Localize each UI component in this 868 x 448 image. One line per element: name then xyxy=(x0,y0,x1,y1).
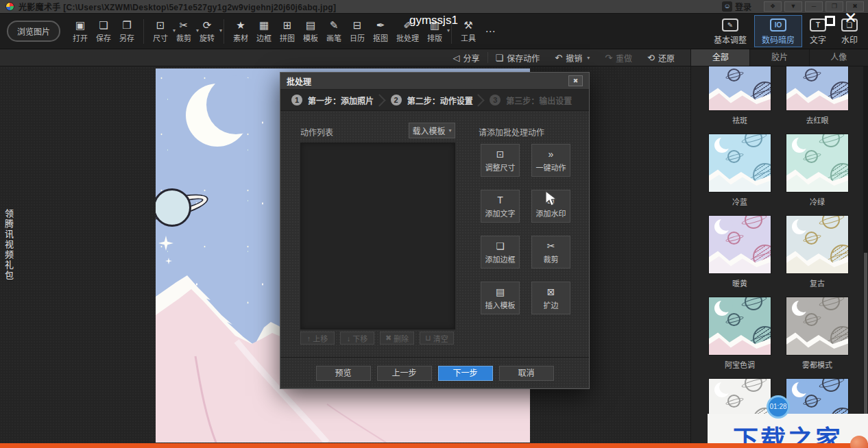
toolbar-resize-button[interactable]: ⊡尺寸▾ xyxy=(149,18,172,45)
filter-label: 暖黄 xyxy=(708,277,771,286)
filter-label: 阿宝色调 xyxy=(708,359,771,368)
action-button-label: 添加边框 xyxy=(485,253,516,264)
tencent-video-ad-banner[interactable]: 领腾讯视频礼包 xyxy=(2,209,15,281)
chevron-down-icon[interactable]: ▾ xyxy=(587,55,590,61)
batch-steps: 1第一步：添加照片2第二步：动作设置3第三步：输出设置 xyxy=(280,90,589,111)
list-op-label: 清空 xyxy=(433,333,448,344)
clear-button[interactable]: ⊔清空 xyxy=(420,332,454,345)
add-text-button[interactable]: T添加文字 xyxy=(481,190,520,223)
action-button-label: 调整尺寸 xyxy=(485,162,516,173)
add-frame-icon: ❏ xyxy=(496,240,505,251)
crop-button[interactable]: ✂裁剪 xyxy=(531,236,570,269)
toolbar-more-button[interactable]: ⋯ xyxy=(480,24,501,38)
batch-dialog-titlebar[interactable]: 批处理 ✖ xyxy=(280,73,589,90)
toolbar-item-label: 打开 xyxy=(73,32,88,43)
minimize-button[interactable]: ─ xyxy=(805,1,823,12)
filter-thumbnail[interactable] xyxy=(786,134,849,192)
mode-basic-adjust-button[interactable]: ✎基本调整 xyxy=(706,15,754,47)
next-step-button[interactable]: 下一步 xyxy=(438,366,493,381)
thumb-moon-icon xyxy=(792,219,807,234)
action-button-label: 添加文字 xyxy=(485,208,516,219)
chevron-down-icon[interactable]: ▾ xyxy=(219,27,222,34)
menu-button[interactable]: ▼ xyxy=(784,1,802,12)
toolbar-rotate-button[interactable]: ⟳旋转▾ xyxy=(195,18,219,45)
list-op-label: 上移 xyxy=(313,333,328,344)
restore-icon: ⟲ xyxy=(647,53,655,63)
redo-button[interactable]: ↷重做 xyxy=(597,52,640,64)
toolbar-collage-button[interactable]: ⊞拼图 xyxy=(276,18,299,45)
download-ad-banner[interactable]: 下载之家 xyxy=(708,414,868,443)
undo-button[interactable]: ↶撤销▾ xyxy=(547,52,597,64)
expand-edge-button[interactable]: ⊠扩边 xyxy=(531,282,570,314)
toolbar-frame-button[interactable]: ▦边框 xyxy=(252,18,276,45)
save-action-button[interactable]: ❏保存动作 xyxy=(488,52,548,64)
toolbar-save-as-button[interactable]: ❐另存 xyxy=(115,18,138,45)
resize-button[interactable]: ⊡调整尺寸 xyxy=(481,144,520,177)
toolbar-calendar-button[interactable]: ⊟日历 xyxy=(346,18,369,45)
skin-button[interactable]: ❖ xyxy=(764,1,782,12)
toolbar-template-button[interactable]: ▤模板 xyxy=(299,18,322,45)
insert-template-button[interactable]: ▤插入模板 xyxy=(481,282,520,314)
mode-label: 基本调整 xyxy=(714,34,747,45)
step-label: 第一步：添加照片 xyxy=(308,95,374,106)
restore-button[interactable]: ❐ xyxy=(825,1,843,12)
ad-text: 下载之家 xyxy=(733,419,843,443)
filter-thumbnail[interactable] xyxy=(708,134,771,192)
ad-bottom-bar xyxy=(0,443,868,448)
toolbar-tools-button[interactable]: ⚒工具 xyxy=(457,18,480,45)
tab-胶片[interactable]: 胶片 xyxy=(749,49,808,66)
step-1[interactable]: 1第一步：添加照片 xyxy=(291,95,391,106)
load-template-dropdown[interactable]: 载入模板 ▾ xyxy=(409,123,455,138)
mode-digital-darkroom-button[interactable]: IO数码暗房 xyxy=(754,15,802,47)
tab-全部[interactable]: 全部 xyxy=(690,49,749,66)
filter-thumbnail[interactable] xyxy=(786,215,849,274)
toolbar-crop-button[interactable]: ✂裁剪▾ xyxy=(172,18,195,45)
one-key-action-button[interactable]: »一键动作 xyxy=(531,144,570,177)
thumb-moon-icon xyxy=(792,301,807,316)
thumb-planet-icon xyxy=(805,395,818,408)
toolbar-open-button[interactable]: ▣打开 xyxy=(69,18,92,45)
chevron-down-icon[interactable]: ▾ xyxy=(447,27,450,34)
cancel-button[interactable]: 取消 xyxy=(499,366,554,381)
batch-dialog-body: 动作列表 载入模板 ▾ 请添加批处理动作 ⊡调整尺寸»一键动作T添加文字⊞添加水… xyxy=(280,111,589,388)
toolbar-item-label: 工具 xyxy=(461,32,476,43)
filter-thumbnail[interactable] xyxy=(786,66,849,111)
scrollbar-track[interactable] xyxy=(863,66,868,448)
filter-thumbnail[interactable] xyxy=(708,66,771,111)
share-button[interactable]: ◁分享 xyxy=(446,52,487,64)
add-frame-button[interactable]: ❏添加边框 xyxy=(481,236,520,269)
preview-button[interactable]: 预览 xyxy=(316,366,371,381)
step-2[interactable]: 2第二步：动作设置 xyxy=(391,95,490,106)
resize-icon: ⊡ xyxy=(156,19,165,31)
share-label: 分享 xyxy=(463,52,480,64)
move-down-button[interactable]: ↓下移 xyxy=(340,332,374,345)
timer-badge[interactable]: 01:28 xyxy=(767,395,790,419)
dialog-close-icon[interactable]: ✖ xyxy=(568,75,583,86)
step-3[interactable]: 3第三步：输出设置 xyxy=(490,95,589,106)
tab-人像[interactable]: 人像 xyxy=(809,49,868,66)
toolbar-item-label: 边框 xyxy=(256,32,272,43)
prev-step-button[interactable]: 上一步 xyxy=(377,366,432,381)
basic-adjust-icon: ✎ xyxy=(722,18,738,32)
toolbar-material-button[interactable]: ★素材 xyxy=(229,18,252,45)
toolbar-cutout-button[interactable]: ✒抠图 xyxy=(369,18,392,45)
template-icon: ▤ xyxy=(306,19,315,31)
filter-item: 去红眼 xyxy=(786,66,849,123)
overlay-close-icon[interactable]: ✕ xyxy=(844,9,857,27)
avatar-icon: ☺ xyxy=(722,1,732,12)
browse-images-button[interactable]: 浏览图片 xyxy=(7,21,60,42)
move-up-button[interactable]: ↑上移 xyxy=(300,332,335,345)
action-list-box[interactable] xyxy=(300,142,455,329)
login-button[interactable]: ☺ 登录 xyxy=(722,1,751,12)
restore-button[interactable]: ⟲还原 xyxy=(640,52,682,64)
toolbar-brush-button[interactable]: ✎画笔 xyxy=(322,18,346,45)
thumb-planet-icon xyxy=(727,150,740,163)
thumb-planet-icon xyxy=(745,378,762,392)
action-button-label: 插入模板 xyxy=(485,299,516,310)
delete-button[interactable]: ✖删除 xyxy=(380,332,414,345)
filter-thumbnail[interactable] xyxy=(708,215,771,274)
toolbar-save-button[interactable]: ❏保存 xyxy=(92,18,115,45)
filter-thumbnail[interactable] xyxy=(708,297,771,356)
crop-icon: ✂ xyxy=(547,240,555,251)
filter-thumbnail[interactable] xyxy=(786,297,849,356)
